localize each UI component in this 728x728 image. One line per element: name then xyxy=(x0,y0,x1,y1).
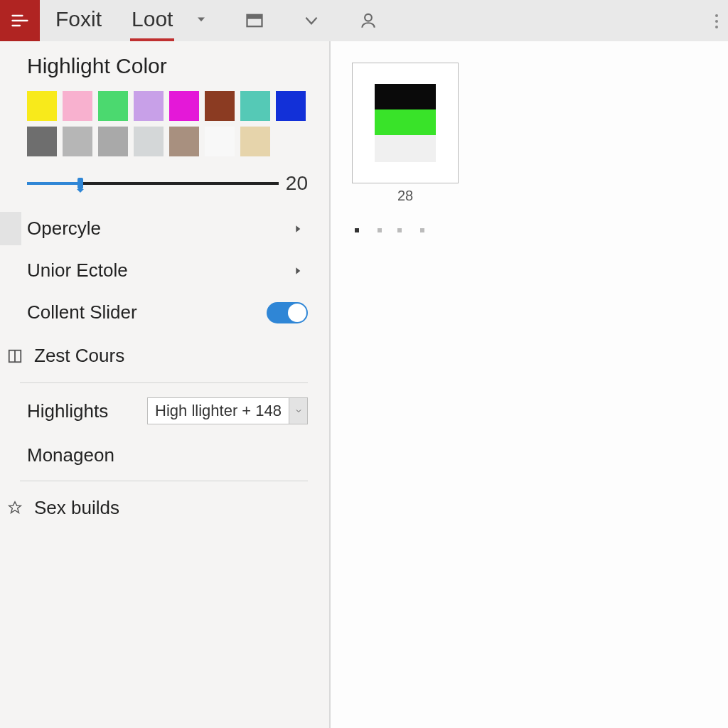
svg-marker-7 xyxy=(296,225,300,232)
side-panel: Highlight Color 20 xyxy=(0,41,331,728)
panel-icon xyxy=(6,348,24,364)
swatch[interactable] xyxy=(205,91,235,121)
highlights-select[interactable]: High llighter + 148 xyxy=(147,397,308,424)
tab-dropdown-icon[interactable] xyxy=(194,12,208,29)
star-person-icon xyxy=(6,500,24,516)
select-value: High llighter + 148 xyxy=(148,402,289,420)
select-chevron-icon xyxy=(289,398,307,424)
separator xyxy=(20,382,308,383)
kebab-menu-icon[interactable] xyxy=(712,9,721,34)
swatch[interactable] xyxy=(63,91,92,121)
row-highlights: Highlights High llighter + 148 xyxy=(27,387,308,434)
top-toolbar: Foxit Loot xyxy=(0,0,728,41)
logo-icon xyxy=(10,11,30,31)
swatch[interactable] xyxy=(240,91,270,121)
tab-loot[interactable]: Loot xyxy=(130,1,174,40)
user-icon[interactable] xyxy=(358,10,379,31)
swatch[interactable] xyxy=(63,127,92,156)
tab-foxit[interactable]: Foxit xyxy=(54,1,103,40)
highlight-color-title: Highlight Color xyxy=(27,54,308,78)
row-label: Highlights xyxy=(27,400,147,422)
toolbar-icons xyxy=(244,10,379,31)
svg-point-6 xyxy=(365,14,373,21)
row-sex-builds[interactable]: Sex builds xyxy=(6,486,308,530)
row-opercyle[interactable]: Opercyle xyxy=(27,208,308,250)
image-icon[interactable] xyxy=(244,10,265,31)
dot[interactable] xyxy=(420,228,424,232)
row-monageon[interactable]: Monageon xyxy=(27,434,308,476)
svg-rect-5 xyxy=(247,15,262,19)
row-label: Sex builds xyxy=(34,497,119,519)
swatch[interactable] xyxy=(98,91,128,121)
chevron-right-icon xyxy=(292,259,304,282)
swatch[interactable] xyxy=(276,127,306,156)
dot[interactable] xyxy=(355,228,359,232)
main-area: Highlight Color 20 xyxy=(0,41,728,728)
swatch[interactable] xyxy=(27,127,57,156)
pagination-dots xyxy=(355,228,707,232)
opacity-slider-row: 20 xyxy=(27,172,308,195)
row-unior-ectole[interactable]: Unior Ectole xyxy=(27,250,308,291)
content-area: 28 xyxy=(331,41,728,728)
collent-slider-toggle[interactable] xyxy=(267,302,308,323)
swatch[interactable] xyxy=(134,127,164,156)
chevron-right-icon xyxy=(292,218,304,240)
row-label: Zest Cours xyxy=(34,345,124,367)
dot[interactable] xyxy=(397,228,402,232)
separator xyxy=(20,481,308,481)
swatch[interactable] xyxy=(169,127,199,156)
row-label: Collent Slider xyxy=(27,301,267,323)
slider-thumb[interactable] xyxy=(77,178,83,189)
svg-marker-11 xyxy=(9,501,21,513)
slider-fill xyxy=(27,182,77,185)
row-collent-slider: Collent Slider xyxy=(27,291,308,333)
swatch[interactable] xyxy=(98,127,128,156)
swatch[interactable] xyxy=(205,127,235,156)
row-label: Opercyle xyxy=(27,218,292,240)
svg-marker-8 xyxy=(296,267,300,274)
chevron-down-icon[interactable] xyxy=(301,10,322,31)
thumbnail-preview xyxy=(375,84,436,162)
swatch[interactable] xyxy=(276,91,306,121)
swatch[interactable] xyxy=(169,91,199,121)
swatch[interactable] xyxy=(134,91,164,121)
opacity-slider[interactable] xyxy=(27,182,279,185)
thumbnail-label: 28 xyxy=(352,188,459,204)
row-zest-cours[interactable]: Zest Cours xyxy=(6,333,308,378)
app-logo[interactable] xyxy=(0,0,40,41)
swatch-grid xyxy=(27,91,311,156)
swatch[interactable] xyxy=(240,127,270,156)
slider-value: 20 xyxy=(286,172,308,195)
row-label: Unior Ectole xyxy=(27,259,292,282)
svg-marker-3 xyxy=(198,18,205,22)
page-thumbnail[interactable] xyxy=(352,63,459,183)
swatch[interactable] xyxy=(27,91,57,121)
row-label: Monageon xyxy=(27,444,308,466)
dot[interactable] xyxy=(378,228,382,232)
tab-bar: Foxit Loot xyxy=(54,1,208,40)
